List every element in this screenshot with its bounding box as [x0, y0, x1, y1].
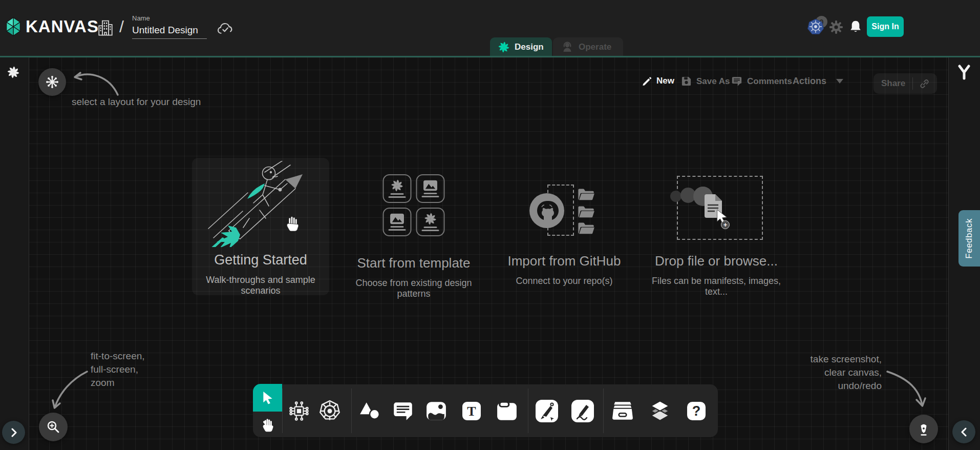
sketch-tool-button[interactable]	[571, 399, 594, 423]
select-tool-button[interactable]	[253, 384, 282, 412]
sign-in-button[interactable]: Sign In	[867, 16, 904, 37]
dock-divider	[528, 388, 528, 433]
comment-tool-button[interactable]	[391, 399, 415, 423]
shapes-icon	[359, 401, 380, 421]
tab-operate[interactable]: Operate	[553, 37, 623, 56]
pencil-icon	[642, 76, 652, 86]
chevron-left-icon	[961, 427, 968, 437]
card-subtitle: Walk-throughs and sample scenarios	[192, 275, 329, 296]
component-circuit-icon	[288, 400, 310, 422]
card-title: Import from GitHub	[499, 253, 629, 269]
expand-left-panel-button[interactable]	[2, 421, 25, 444]
left-sidebar	[0, 57, 29, 450]
magnifier-plus-icon	[46, 420, 60, 434]
shapes-tool-button[interactable]	[358, 399, 381, 423]
image-template-icon	[390, 213, 404, 224]
feedback-tab[interactable]: Feedback	[958, 210, 980, 267]
drawer-tool-button[interactable]	[611, 399, 634, 423]
folder-icon	[578, 188, 595, 201]
rocket-rider-illustration	[199, 161, 322, 247]
card-subtitle: Files can be manifests, images, text...	[647, 276, 785, 297]
hand-pan-icon	[261, 418, 274, 432]
layout-snowflake-icon	[46, 75, 59, 89]
help-tool-button[interactable]: ?	[685, 399, 708, 423]
spiral-template-icon	[424, 213, 437, 225]
getting-started-card[interactable]: Getting Started Walk-throughs and sample…	[192, 158, 329, 295]
start-from-template-card[interactable]: Start from template Choose from existing…	[339, 158, 488, 295]
new-design-button[interactable]: New	[642, 76, 674, 86]
layers-tool-button[interactable]	[648, 399, 672, 423]
card-title: Start from template	[339, 255, 488, 271]
note-tool-button[interactable]	[495, 399, 519, 423]
kanvas-logo[interactable]: KANVAS	[5, 15, 99, 38]
feedback-label: Feedback	[964, 218, 974, 259]
expand-right-panel-button[interactable]	[952, 420, 975, 443]
comments-label: Comments	[747, 76, 792, 87]
tab-operate-label: Operate	[579, 42, 611, 52]
pen-path-icon	[535, 399, 559, 423]
layers-icon	[649, 399, 671, 423]
organization-icon[interactable]	[97, 19, 114, 36]
drop-dot-small	[670, 191, 681, 202]
card-title: Drop file or browse...	[647, 253, 785, 269]
layout-select-button[interactable]	[38, 68, 66, 96]
layout-hint-text: select a layout for your design	[72, 95, 201, 109]
design-name-input[interactable]	[132, 24, 207, 39]
screenshot-hint-arrow	[883, 366, 929, 413]
save-as-label: Save As	[696, 76, 730, 87]
kubernetes-tool-button[interactable]	[318, 399, 342, 423]
share-button[interactable]: Share	[874, 73, 937, 94]
zoom-hint-text: fit-to-screen, full-screen, zoom	[91, 350, 145, 390]
dock-divider	[351, 388, 352, 433]
text-icon: T	[461, 401, 482, 421]
card-subtitle: Choose from existing design patterns	[339, 278, 488, 299]
y-logo-icon	[957, 65, 971, 80]
drop-file-card[interactable]: + Drop file or browse... Files can be ma…	[647, 158, 785, 295]
image-tool-button[interactable]	[424, 399, 448, 423]
chevron-right-icon	[10, 428, 17, 437]
template-tile	[383, 208, 412, 236]
comments-button[interactable]: Comments	[731, 76, 792, 87]
card-title: Getting Started	[192, 252, 329, 268]
whiteboard-tools-button[interactable]	[909, 415, 938, 443]
pen-tool-button[interactable]	[535, 399, 559, 423]
screenshot-hint-text: take screenshot, clear canvas, undo/redo	[799, 353, 882, 393]
pen-nib-icon	[917, 422, 930, 436]
design-name-field: Name	[132, 14, 207, 39]
plus-badge-icon: +	[721, 220, 730, 229]
actions-menu-button[interactable]: Actions	[793, 76, 843, 87]
breadcrumb-separator: /	[119, 17, 124, 36]
image-template-icon	[423, 180, 438, 191]
component-tool-button[interactable]	[287, 399, 311, 423]
zoom-controls-button[interactable]	[39, 413, 68, 441]
chevron-down-icon	[836, 79, 843, 84]
helm-wheel-icon	[318, 400, 341, 422]
link-icon	[920, 79, 929, 89]
comment-bubble-icon	[393, 401, 413, 421]
new-design-label: New	[656, 76, 674, 86]
spiral-template-icon	[391, 179, 403, 192]
import-from-github-card[interactable]: Import from GitHub Connect to your repo(…	[499, 158, 629, 295]
card-subtitle: Connect to your repo(s)	[499, 276, 629, 287]
operate-tab-icon	[561, 41, 573, 53]
folder-icon	[578, 221, 595, 235]
meshery-spiral-icon	[7, 66, 19, 78]
notifications-bell-icon[interactable]	[849, 19, 862, 34]
design-tab-icon	[498, 42, 509, 53]
drawer-icon	[611, 401, 634, 421]
pencil-sketch-icon	[571, 399, 594, 423]
tab-design[interactable]: Design	[490, 37, 552, 56]
cloud-sync-icon	[217, 22, 234, 35]
actions-label: Actions	[793, 76, 826, 87]
save-as-button[interactable]: Save As	[681, 76, 730, 87]
pan-tool-button[interactable]	[253, 412, 282, 438]
settings-gear-icon[interactable]	[829, 21, 843, 34]
template-tile	[416, 208, 445, 236]
template-tile	[416, 174, 445, 203]
comments-icon	[731, 76, 742, 87]
text-tool-button[interactable]: T	[460, 399, 483, 423]
kubernetes-context-switcher[interactable]: 0	[807, 17, 830, 36]
template-tiles	[383, 174, 445, 236]
svg-text:?: ?	[692, 403, 701, 419]
save-icon	[681, 76, 692, 87]
